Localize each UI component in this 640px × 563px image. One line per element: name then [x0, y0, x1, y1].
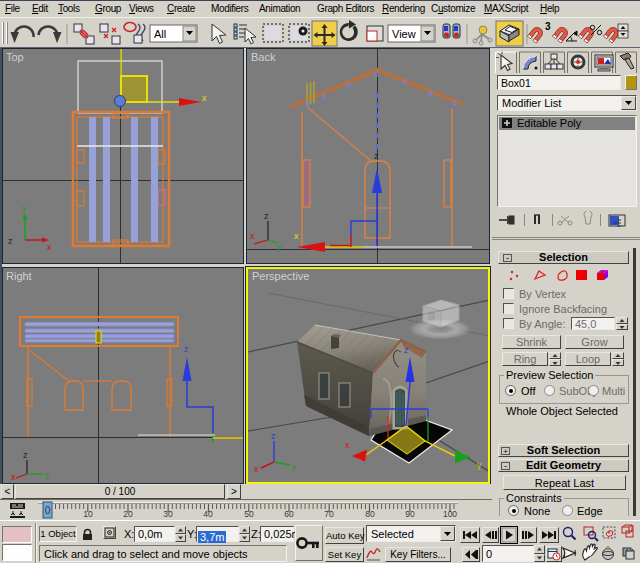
svg-text:40: 40: [203, 509, 213, 519]
svg-text:x: x: [11, 472, 16, 482]
svg-text:z: z: [184, 344, 189, 354]
svg-text:x: x: [250, 231, 255, 241]
svg-text:z: z: [374, 151, 379, 161]
svg-text:70: 70: [324, 509, 334, 519]
svg-text:x: x: [294, 231, 299, 241]
svg-text:x: x: [345, 440, 350, 450]
svg-text:z: z: [404, 345, 409, 355]
svg-text:90: 90: [405, 509, 415, 519]
svg-text:x: x: [254, 464, 259, 474]
svg-text:z: z: [264, 211, 269, 221]
svg-text:y: y: [22, 203, 27, 213]
svg-text:x: x: [202, 93, 207, 103]
svg-text:y: y: [45, 470, 50, 480]
svg-text:10: 10: [83, 509, 93, 519]
svg-text:z: z: [271, 431, 276, 441]
svg-text:0: 0: [45, 505, 51, 516]
svg-text:All: All: [154, 28, 166, 40]
svg-text:y: y: [477, 460, 482, 470]
svg-text:x: x: [47, 242, 52, 252]
svg-text:z: z: [23, 450, 28, 460]
svg-text:y: y: [277, 242, 282, 252]
svg-text:20: 20: [123, 509, 133, 519]
svg-text:60: 60: [284, 509, 294, 519]
svg-text:80: 80: [365, 509, 375, 519]
svg-text:y: y: [292, 462, 297, 472]
svg-text:View: View: [392, 28, 416, 40]
svg-text:3: 3: [545, 21, 551, 32]
svg-text:z: z: [8, 236, 13, 246]
svg-text:100: 100: [443, 509, 457, 519]
svg-text:50: 50: [244, 509, 254, 519]
svg-text:30: 30: [163, 509, 173, 519]
